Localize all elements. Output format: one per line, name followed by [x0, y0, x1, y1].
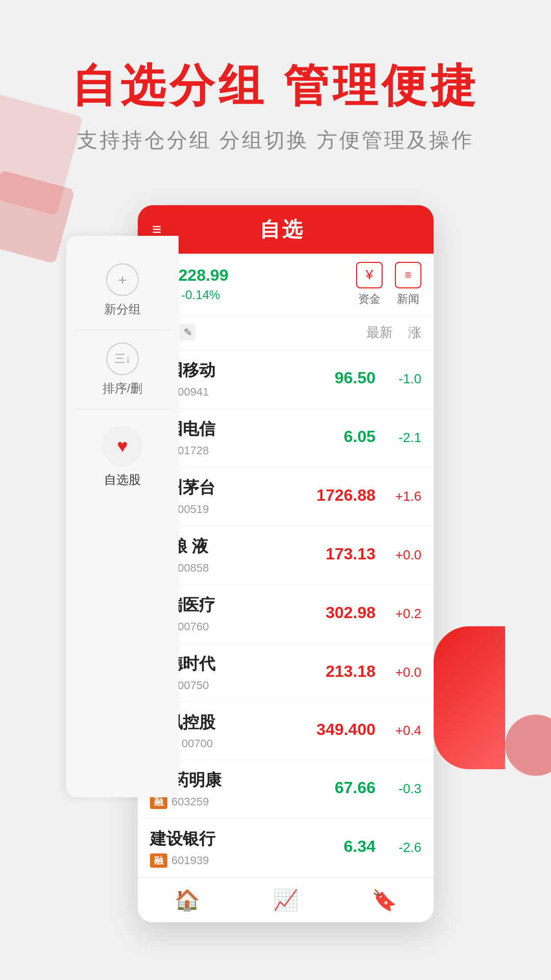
sort-label: 排序/删: [103, 380, 143, 397]
subtitle: 支持持仓分组 分组切换 方便管理及操作: [31, 126, 520, 154]
news-button[interactable]: ≡ 新闻: [395, 262, 421, 307]
stock-price: 302.98: [309, 603, 375, 624]
price-change: +0.0: [375, 547, 421, 563]
stock-item[interactable]: 建设银行 融 601939 6.34 -2.6: [138, 819, 434, 877]
heart-icon: ♥: [117, 435, 128, 457]
edit-icon[interactable]: ✎: [180, 324, 196, 340]
stock-price: 349.400: [309, 720, 375, 741]
stock-price: 6.34: [309, 837, 375, 858]
main-title: 自选分组 管理便捷: [31, 61, 520, 111]
price-value: 213.18: [309, 662, 375, 681]
home-icon: 🏠: [174, 888, 200, 912]
price-change: +0.2: [375, 606, 421, 622]
fund-icon: ¥: [356, 262, 383, 288]
stock-list-header: 编辑 ✎ 最新 涨: [138, 315, 434, 350]
change-col-header: 涨: [408, 324, 421, 341]
stock-list: 中国移动 融 600941 96.50 -1.0 中国电信 融 601728 6…: [138, 350, 434, 877]
price-value: 67.66: [309, 778, 375, 797]
stock-info: 建设银行 融 601939: [150, 828, 309, 868]
stock-item[interactable]: 贵州茅台 融 600519 1726.88 +1.6: [138, 468, 434, 526]
stock-item[interactable]: 宁德时代 融 300750 213.18 +0.0: [138, 644, 434, 702]
latest-col-header: 最新: [366, 324, 393, 341]
price-value: 349.400: [309, 720, 375, 739]
nav-watchlist[interactable]: 🔖: [371, 888, 397, 912]
stock-item[interactable]: XD药明康 融 603259 67.66 -0.3: [138, 760, 434, 819]
sort-icon: 三↓: [106, 342, 139, 375]
price-value: 1726.88: [309, 486, 375, 505]
bottom-navigation: 🏠 📈 🔖: [138, 877, 434, 922]
stock-code-row: 融 601939: [150, 853, 309, 868]
price-change: -0.3: [375, 781, 421, 797]
price-change: +0.0: [375, 665, 421, 680]
nav-market[interactable]: 📈: [273, 888, 298, 912]
phone-screen: ≡ 自选 沪 3228.99 -4.68 -0.14% ¥ 资金 ≡ 新闻: [138, 205, 434, 922]
fund-button[interactable]: ¥ 资金: [356, 262, 383, 307]
phone-mockup: ＋ 新分组 三↓ 排序/删 ♥ 自选股 ≡ 自选 沪: [66, 205, 485, 922]
price-change: +0.4: [375, 723, 421, 739]
add-icon: ＋: [106, 263, 139, 296]
stock-code: 00700: [182, 737, 213, 750]
sort-delete-button[interactable]: 三↓ 排序/删: [66, 330, 179, 409]
price-value: 96.50: [309, 369, 375, 387]
header-section: 自选分组 管理便捷 支持持仓分组 分组切换 方便管理及操作: [0, 0, 551, 175]
stock-price: 96.50: [309, 369, 375, 389]
price-change: -2.6: [375, 840, 421, 855]
market-change: -4.68 -0.14%: [150, 288, 356, 302]
new-group-label: 新分组: [104, 301, 141, 317]
nav-home[interactable]: 🏠: [174, 888, 200, 912]
market-index[interactable]: 沪 3228.99 -4.68 -0.14%: [150, 266, 356, 302]
stock-tag: 融: [150, 853, 167, 868]
stock-price: 67.66: [309, 778, 375, 799]
news-label: 新闻: [397, 291, 419, 307]
price-value: 173.13: [309, 545, 375, 564]
stock-item[interactable]: 腾讯控股 PHK 00700 349.400 +0.4: [138, 702, 434, 760]
app-title: 自选: [260, 215, 305, 243]
market-data-row: 沪 3228.99 -4.68 -0.14% ¥ 资金 ≡ 新闻: [138, 254, 434, 315]
stock-code: 601939: [171, 854, 209, 867]
market-name-value: 沪 3228.99: [150, 266, 356, 286]
heart-bg: ♥: [102, 426, 143, 467]
group-panel: ＋ 新分组 三↓ 排序/删 ♥ 自选股: [66, 236, 179, 797]
stock-price: 173.13: [309, 545, 375, 566]
column-headers: 最新 涨: [366, 324, 421, 341]
price-change: +1.6: [375, 488, 421, 504]
watchlist-icon: 🔖: [371, 888, 397, 912]
stock-price: 213.18: [309, 662, 375, 683]
fund-label: 资金: [358, 291, 381, 307]
news-icon: ≡: [395, 262, 421, 288]
stock-item[interactable]: 五 粮 液 融 000858 173.13 +0.0: [138, 526, 434, 585]
price-value: 6.34: [309, 837, 375, 856]
stock-name: 建设银行: [150, 828, 309, 850]
price-value: 302.98: [309, 603, 375, 622]
stock-item[interactable]: 迈瑞医疗 融 300760 302.98 +0.2: [138, 585, 434, 644]
stock-item[interactable]: 中国移动 融 600941 96.50 -1.0: [138, 350, 434, 409]
stock-item[interactable]: 中国电信 融 601728 6.05 -2.1: [138, 409, 434, 468]
stock-price: 6.05: [309, 427, 375, 448]
new-group-button[interactable]: ＋ 新分组: [66, 251, 179, 330]
right-decoration: [434, 626, 505, 769]
market-actions: ¥ 资金 ≡ 新闻: [356, 262, 421, 307]
price-value: 6.05: [309, 427, 375, 446]
chart-icon: 📈: [273, 888, 298, 912]
price-change: -1.0: [375, 371, 421, 387]
stock-price: 1726.88: [309, 486, 375, 507]
my-stocks-label: 自选股: [104, 472, 141, 488]
app-header: ≡ 自选: [138, 205, 434, 254]
price-change: -2.1: [375, 430, 421, 446]
my-stocks-item[interactable]: ♥ 自选股: [66, 409, 179, 504]
